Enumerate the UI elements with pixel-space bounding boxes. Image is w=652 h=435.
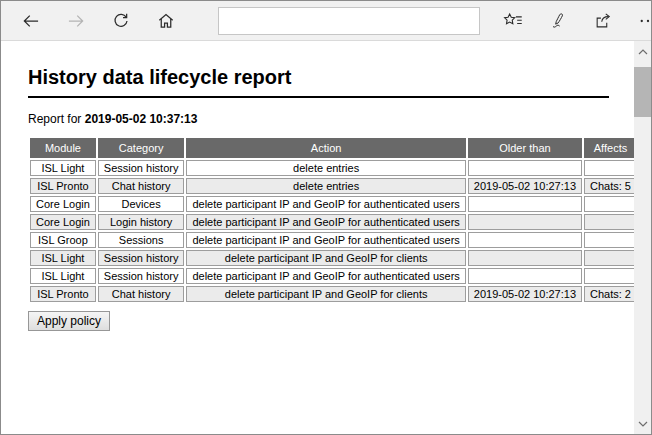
report-table: ModuleCategoryActionOlder thanAffects IS… xyxy=(28,136,639,304)
table-cell xyxy=(468,160,582,176)
table-cell: delete participant IP and GeoIP for auth… xyxy=(186,232,465,248)
favorites-hub-button[interactable] xyxy=(501,8,525,34)
table-cell xyxy=(468,214,582,230)
back-arrow-icon xyxy=(21,11,41,31)
column-header-older-than: Older than xyxy=(468,138,582,158)
table-cell xyxy=(584,214,637,230)
table-cell: delete participant IP and GeoIP for clie… xyxy=(186,250,465,266)
table-cell: Login history xyxy=(98,214,185,230)
table-cell: ISL Pronto xyxy=(30,178,96,194)
table-header-row: ModuleCategoryActionOlder thanAffects xyxy=(30,138,637,158)
browser-window: History data lifecycle report Report for… xyxy=(0,0,652,435)
chevron-up-icon xyxy=(638,49,648,55)
table-row: ISL ProntoChat historydelete participant… xyxy=(30,286,637,302)
back-button[interactable] xyxy=(19,8,43,34)
table-cell: Session history xyxy=(98,160,185,176)
home-button[interactable] xyxy=(154,8,178,34)
table-cell: Devices xyxy=(98,196,185,212)
report-timestamp: 2019-05-02 10:37:13 xyxy=(85,112,198,126)
table-cell: ISL Light xyxy=(30,160,96,176)
table-cell: delete participant IP and GeoIP for clie… xyxy=(186,286,465,302)
table-cell: ISL Pronto xyxy=(30,286,96,302)
forward-arrow-icon xyxy=(66,11,86,31)
table-cell: Session history xyxy=(98,250,185,266)
favorites-hub-icon xyxy=(502,11,524,31)
table-cell: ISL Light xyxy=(30,268,96,284)
table-cell: ISL Light xyxy=(30,250,96,266)
table-row: ISL LightSession historydelete participa… xyxy=(30,268,637,284)
scrollbar-thumb[interactable] xyxy=(634,67,651,117)
table-cell: Core Login xyxy=(30,214,96,230)
table-cell xyxy=(584,232,637,248)
home-icon xyxy=(156,11,176,31)
column-header-category: Category xyxy=(98,138,185,158)
share-button[interactable] xyxy=(591,8,615,34)
table-row: Core LoginLogin historydelete participan… xyxy=(30,214,637,230)
chevron-down-icon xyxy=(638,421,648,427)
table-cell xyxy=(584,196,637,212)
apply-policy-button[interactable]: Apply policy xyxy=(28,311,110,331)
table-cell: ISL Groop xyxy=(30,232,96,248)
table-row: ISL GroopSessionsdelete participant IP a… xyxy=(30,232,637,248)
page-title: History data lifecycle report xyxy=(28,66,609,98)
browser-toolbar xyxy=(1,1,651,41)
table-cell xyxy=(468,232,582,248)
web-note-pen-icon xyxy=(548,11,568,31)
column-header-action: Action xyxy=(186,138,465,158)
refresh-icon xyxy=(111,11,131,31)
table-cell xyxy=(468,250,582,266)
table-row: ISL LightSession historydelete entries xyxy=(30,160,637,176)
table-cell: delete entries xyxy=(186,178,465,194)
page-content: History data lifecycle report Report for… xyxy=(1,41,651,434)
table-cell xyxy=(468,268,582,284)
table-body: ISL LightSession historydelete entriesIS… xyxy=(30,160,637,302)
table-row: ISL LightSession historydelete participa… xyxy=(30,250,637,266)
settings-more-button[interactable] xyxy=(636,8,652,34)
table-cell: 2019-05-02 10:27:13 xyxy=(468,286,582,302)
table-cell: delete participant IP and GeoIP for auth… xyxy=(186,196,465,212)
vertical-scrollbar[interactable] xyxy=(634,41,651,434)
scroll-up-button[interactable] xyxy=(634,43,651,60)
table-cell: Core Login xyxy=(30,196,96,212)
table-cell xyxy=(584,250,637,266)
column-header-module: Module xyxy=(30,138,96,158)
table-cell: Chats: 5 xyxy=(584,178,637,194)
report-prefix-label: Report for xyxy=(28,112,81,126)
table-row: ISL ProntoChat historydelete entries2019… xyxy=(30,178,637,194)
ellipsis-icon xyxy=(638,11,652,31)
table-head: ModuleCategoryActionOlder thanAffects xyxy=(30,138,637,158)
scroll-down-button[interactable] xyxy=(634,415,651,432)
share-icon xyxy=(593,11,613,31)
forward-button[interactable] xyxy=(64,8,88,34)
table-cell: Chat history xyxy=(98,178,185,194)
table-cell: delete entries xyxy=(186,160,465,176)
table-cell: 2019-05-02 10:27:13 xyxy=(468,178,582,194)
table-cell: Sessions xyxy=(98,232,185,248)
table-cell: delete participant IP and GeoIP for auth… xyxy=(186,214,465,230)
address-bar-input[interactable] xyxy=(218,7,480,35)
web-note-button[interactable] xyxy=(546,8,570,34)
report-timestamp-line: Report for 2019-05-02 10:37:13 xyxy=(28,112,634,126)
column-header-affects: Affects xyxy=(584,138,637,158)
toolbar-right-group xyxy=(480,8,652,34)
table-cell: Chat history xyxy=(98,286,185,302)
table-cell xyxy=(468,196,582,212)
table-cell xyxy=(584,268,637,284)
table-cell xyxy=(584,160,637,176)
table-cell: delete participant IP and GeoIP for auth… xyxy=(186,268,465,284)
table-cell: Session history xyxy=(98,268,185,284)
table-cell: Chats: 2 xyxy=(584,286,637,302)
table-row: Core LoginDevicesdelete participant IP a… xyxy=(30,196,637,212)
refresh-button[interactable] xyxy=(109,8,133,34)
